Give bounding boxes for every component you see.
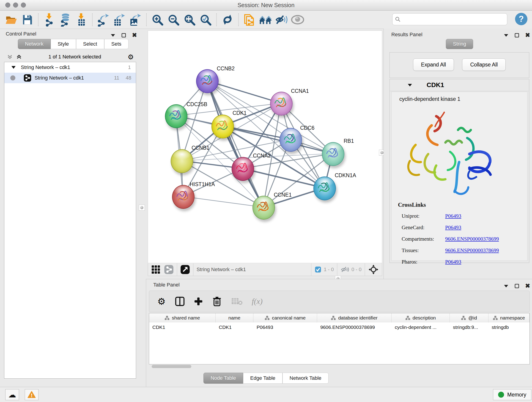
crosslink-value-link[interactable]: 9606.ENSP00000378699 [445, 248, 499, 254]
search-input[interactable] [403, 16, 507, 22]
panel-collapse-icon[interactable] [504, 284, 509, 288]
shared-column-icon [461, 316, 466, 320]
panel-float-icon[interactable] [121, 33, 126, 38]
protein-section-header[interactable]: CDK1 [389, 79, 529, 91]
column-header-shared-name[interactable]: shared name [149, 313, 215, 322]
export-image-icon[interactable] [129, 13, 142, 26]
tree-expander-icon[interactable] [11, 66, 16, 69]
tab-node-table[interactable]: Node Table [203, 373, 243, 384]
network-canvas[interactable]: CCNB2CCNA1CDC25BCDK1CDC6RB1CCNB1CCNA2CDK… [148, 31, 382, 263]
tab-select[interactable]: Select [76, 39, 104, 49]
warnings-button[interactable] [25, 389, 38, 400]
crosslink-value-link[interactable]: P06493 [445, 259, 461, 265]
network-node-RB1[interactable] [322, 142, 344, 166]
create-column-icon[interactable] [194, 297, 203, 306]
panel-close-icon[interactable]: ✖ [132, 32, 137, 39]
delete-column-icon[interactable] [212, 296, 222, 307]
table-options-gear-icon[interactable]: ⚙ [157, 296, 166, 307]
node-label-CDC6: CDC6 [300, 125, 315, 131]
shared-column-icon [493, 316, 498, 320]
zoom-fit-icon[interactable] [183, 13, 196, 26]
edge-HIST1H1A-CCNE1[interactable] [183, 196, 263, 207]
protein-ribbon-thumbnail [175, 189, 191, 205]
column-header-database-identifier[interactable]: database identifier [317, 313, 392, 322]
column-header-name[interactable]: name [215, 313, 253, 322]
collapse-all-button[interactable]: Collapse All [462, 58, 506, 71]
left-splitter-handle[interactable] [139, 205, 145, 211]
network-row[interactable]: String Network – cdk1 11 48 [4, 73, 136, 83]
expand-all-networks-icon[interactable] [16, 54, 22, 60]
birdseye-crosshair-icon[interactable] [368, 264, 379, 275]
refresh-view-icon[interactable] [221, 13, 234, 26]
tab-style[interactable]: Style [51, 39, 76, 49]
tab-edge-table[interactable]: Edge Table [243, 373, 283, 384]
network-node-CDK1[interactable] [211, 115, 234, 138]
node-label-CCNB1: CCNB1 [191, 145, 209, 151]
column-header--id[interactable]: @id [450, 313, 488, 322]
section-expander-icon[interactable] [407, 83, 412, 87]
crosslink-value-link[interactable]: P06493 [445, 225, 461, 230]
network-options-gear-icon[interactable]: ⚙ [128, 53, 134, 61]
network-collection-row[interactable]: String Network – cdk1 1 [4, 62, 136, 73]
network-node-CCNA1[interactable] [270, 92, 293, 115]
detach-view-icon[interactable] [180, 265, 190, 274]
table-horizontal-scrollbar[interactable] [152, 365, 191, 368]
save-session-icon[interactable] [21, 13, 34, 26]
table-cell: P06493 [253, 322, 317, 332]
show-details-icon[interactable] [291, 13, 304, 26]
crosslink-value-link[interactable]: P06493 [445, 213, 461, 219]
column-header-description[interactable]: description [392, 313, 450, 322]
network-overview-icon[interactable] [259, 13, 272, 26]
help-icon[interactable]: ? [515, 13, 527, 25]
edge-CCNA2-CDKN1A[interactable] [242, 168, 324, 188]
import-network-icon[interactable] [43, 13, 56, 26]
network-node-CCNB1[interactable] [171, 149, 193, 173]
panel-collapse-icon[interactable] [504, 34, 509, 37]
network-node-CCNE1[interactable] [253, 196, 275, 220]
tab-sets[interactable]: Sets [104, 39, 128, 49]
open-session-icon[interactable] [5, 13, 18, 26]
protein-ribbon-thumbnail [215, 118, 230, 134]
panel-float-icon[interactable] [515, 284, 519, 288]
network-node-CCNB2[interactable] [196, 69, 219, 93]
zoom-in-icon[interactable] [151, 13, 164, 26]
column-header-namespace[interactable]: namespace [488, 313, 530, 322]
memory-button[interactable]: Memory [493, 389, 531, 400]
tab-string[interactable]: String [446, 39, 473, 49]
collapse-all-networks-icon[interactable] [7, 54, 13, 60]
network-node-CDC6[interactable] [279, 128, 302, 152]
search-box[interactable] [392, 13, 507, 25]
export-table-icon[interactable] [113, 13, 126, 26]
share-view-icon[interactable] [164, 265, 174, 274]
tab-network[interactable]: Network [18, 39, 51, 49]
clone-network-icon[interactable] [243, 13, 256, 26]
control-panel-controls: ✖ [110, 32, 137, 39]
expand-all-button[interactable]: Expand All [413, 58, 454, 71]
network-node-CCNA2[interactable] [232, 157, 254, 181]
network-node-HIST1H1A[interactable] [172, 185, 195, 209]
node-label-CCNA2: CCNA2 [253, 153, 271, 159]
network-node-CDKN1A[interactable] [313, 177, 336, 200]
import-table-icon[interactable] [75, 13, 88, 26]
import-database-icon[interactable] [59, 13, 72, 26]
panel-collapse-icon[interactable] [110, 34, 115, 37]
column-header-canonical-name[interactable]: canonical name [253, 313, 317, 322]
column-header-label: shared name [172, 315, 200, 321]
zoom-selected-icon[interactable] [199, 13, 212, 26]
hide-details-icon[interactable] [275, 13, 288, 26]
hidden-eye-icon[interactable] [341, 266, 349, 273]
edge-CCNB2-CCNE1[interactable] [207, 81, 263, 207]
cloud-services-button[interactable]: ☁ [5, 389, 19, 400]
network-node-CDC25B[interactable] [165, 104, 187, 128]
table-row[interactable]: CDK1CDK1P064939606.ENSP00000378699cyclin… [149, 322, 530, 332]
column-visibility-icon[interactable] [175, 296, 185, 306]
export-network-icon[interactable] [97, 13, 110, 26]
panel-close-icon[interactable]: ✖ [525, 32, 530, 39]
panel-close-icon[interactable]: ✖ [525, 282, 530, 289]
crosslink-value-link[interactable]: 9606.ENSP00000378699 [445, 236, 499, 242]
panel-float-icon[interactable] [515, 33, 519, 38]
selected-checkbox-icon[interactable] [315, 266, 322, 273]
tab-network-table[interactable]: Network Table [283, 373, 329, 384]
grid-view-icon[interactable] [151, 265, 160, 274]
zoom-out-icon[interactable] [167, 13, 180, 26]
